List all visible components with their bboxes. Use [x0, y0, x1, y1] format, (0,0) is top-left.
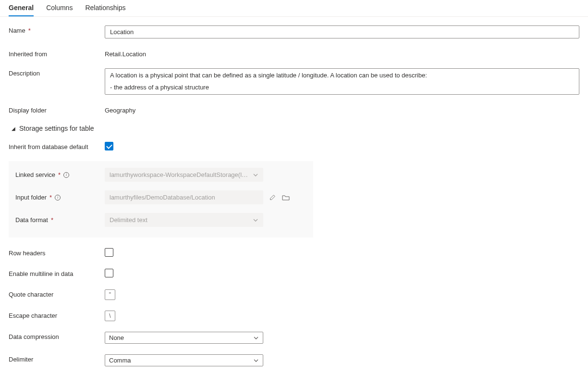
- inherit-default-label: Inherit from database default: [9, 142, 105, 150]
- info-icon: i: [55, 195, 61, 200]
- tab-columns[interactable]: Columns: [46, 0, 73, 16]
- storage-settings-panel: Linked service* i lamurthyworkspace-Work…: [9, 161, 313, 238]
- tabs-bar: General Columns Relationships: [0, 0, 588, 17]
- general-form: Name* Inherited from Retail.Location Des…: [0, 17, 588, 375]
- data-format-label: Data format*: [15, 216, 105, 224]
- description-label: Description: [9, 68, 105, 77]
- info-icon: i: [63, 172, 69, 178]
- name-input[interactable]: [105, 25, 579, 38]
- delimiter-label: Delimiter: [9, 354, 105, 363]
- display-folder-label: Display folder: [9, 105, 105, 114]
- delimiter-select[interactable]: Comma: [105, 354, 263, 366]
- row-headers-checkbox[interactable]: [105, 248, 113, 257]
- linked-service-label: Linked service* i: [15, 171, 105, 178]
- linked-service-select: lamurthyworkspace-WorkspaceDefaultStorag…: [105, 168, 263, 182]
- inherit-default-checkbox[interactable]: [105, 142, 113, 150]
- display-folder-value: Geography: [105, 105, 579, 114]
- collapse-icon: ◢: [12, 126, 15, 131]
- input-folder-input: lamurthyfiles/DemoDatabase/Location: [105, 190, 263, 204]
- multiline-label: Enable multiline in data: [9, 269, 105, 277]
- quote-char-label: Quote character: [9, 289, 105, 298]
- data-format-select: Delimited text: [105, 213, 263, 227]
- tab-relationships[interactable]: Relationships: [85, 0, 125, 16]
- folder-icon: [282, 193, 290, 202]
- escape-char-label: Escape character: [9, 311, 105, 319]
- quote-char-input[interactable]: [105, 289, 115, 300]
- inherited-from-value: Retail.Location: [105, 49, 579, 58]
- chevron-down-icon: [253, 217, 258, 223]
- input-folder-label: Input folder* i: [15, 194, 105, 201]
- multiline-checkbox[interactable]: [105, 269, 113, 277]
- edit-icon: [268, 193, 277, 202]
- chevron-down-icon: [253, 358, 259, 363]
- inherited-from-label: Inherited from: [9, 49, 105, 58]
- chevron-down-icon: [253, 172, 258, 178]
- description-textarea[interactable]: A location is a physical point that can …: [105, 68, 579, 95]
- row-headers-label: Row headers: [9, 248, 105, 257]
- chevron-down-icon: [253, 335, 259, 341]
- data-compression-select[interactable]: None: [105, 332, 263, 344]
- tab-general[interactable]: General: [9, 0, 34, 16]
- data-compression-label: Data compression: [9, 332, 105, 340]
- name-label: Name*: [9, 25, 105, 34]
- storage-settings-toggle[interactable]: ◢ Storage settings for table: [12, 125, 579, 132]
- escape-char-input[interactable]: [105, 311, 115, 321]
